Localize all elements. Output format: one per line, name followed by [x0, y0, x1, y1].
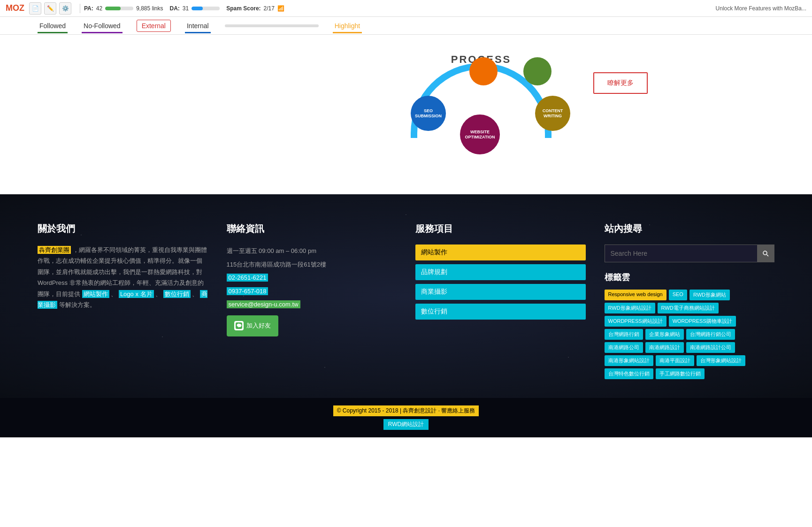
- footer-about-title: 關於我們: [38, 222, 208, 235]
- search-input[interactable]: [605, 245, 758, 262]
- footer-search-title: 站內搜尋: [605, 222, 775, 235]
- moz-spam-value: 2/17: [264, 5, 275, 12]
- svg-point-1: [763, 251, 767, 255]
- circle-content-label: CONTENTWRITING: [543, 108, 563, 119]
- moz-toolbar: MOZ 📄 ✏️ ⚙️ PA: 42 9,885 links DA: 31 Sp…: [0, 0, 812, 17]
- tag-1[interactable]: Responsive web design: [605, 290, 666, 300]
- tag-18[interactable]: 手工網路數位行銷: [656, 368, 705, 379]
- service-item-3[interactable]: 商業攝影: [415, 284, 586, 300]
- tag-10[interactable]: 台灣網路行銷公司: [686, 329, 735, 340]
- process-section: PROCESS SEOSUBMISSION CONTENTWRITING WEB…: [0, 35, 812, 194]
- moz-logo[interactable]: MOZ: [6, 3, 24, 13]
- moz-spam-bars: 📶: [277, 5, 284, 12]
- bottom-footer: © Copyright 2015 - 2018 | 犇齊創意設計 · 響應絡上服…: [0, 398, 812, 437]
- moz-toolbar-icons: 📄 ✏️ ⚙️: [29, 2, 71, 15]
- line-btn-label: 加入好友: [246, 319, 271, 333]
- moz-edit-icon[interactable]: ✏️: [44, 2, 56, 15]
- tag-15[interactable]: 南港平面設計: [656, 355, 694, 366]
- moz-pa-bar-fill: [105, 7, 121, 10]
- footer-about-col: 關於我們 犇齊創業團 ，網羅各界不同領域的菁英，重視自我專業與團體作戰，志在成功…: [38, 222, 208, 379]
- tag-14[interactable]: 南港形象網站設計: [605, 355, 653, 366]
- footer-about-text: 犇齊創業團 ，網羅各界不同領域的菁英，重視自我專業與團體作戰，志在成功輔佐企業提…: [38, 244, 208, 310]
- tag-11[interactable]: 南港網路公司: [605, 342, 643, 353]
- tags-container: Responsive web design SEO RWD形象網站 RWD形象網…: [605, 290, 775, 379]
- tag-2[interactable]: SEO: [669, 290, 687, 300]
- footer-services-col: 服務項目 網站製作 品牌規劃 商業攝影 數位行銷: [415, 222, 586, 379]
- tag-13[interactable]: 南港網路設計公司: [686, 342, 735, 353]
- moz-unlock-text[interactable]: Unlock More Features with MozBa...: [716, 5, 806, 12]
- moz-da-label: DA:: [170, 5, 180, 12]
- footer-contact-title: 聯絡資訊: [227, 222, 397, 235]
- contact-phone2[interactable]: 0937-657-018: [227, 287, 268, 295]
- about-comma: 、: [155, 290, 161, 298]
- svg-line-2: [767, 255, 769, 257]
- tab-no-followed[interactable]: No-Followed: [82, 18, 123, 33]
- read-more-button[interactable]: 瞭解更多: [593, 72, 648, 94]
- tag-7[interactable]: WORDPRESS購物車設計: [669, 316, 736, 327]
- contact-phone1[interactable]: 02-2651-6221: [227, 274, 268, 282]
- tab-slider[interactable]: [225, 24, 319, 27]
- contact-address: 115台北市南港區成功路一段61號2樓: [227, 258, 397, 272]
- tags-cloud-title: 標籤雲: [605, 272, 775, 283]
- tab-highlight[interactable]: Highlight: [333, 18, 362, 33]
- circle-website: WEBSITEOPTIMIZATION: [460, 115, 500, 154]
- copyright-text: © Copyright 2015 - 2018 | 犇齊創意設計 · 響應絡上服…: [333, 405, 479, 416]
- line-friend-button[interactable]: 加入好友: [227, 315, 278, 336]
- service-item-4[interactable]: 數位行銷: [415, 304, 586, 320]
- tag-4[interactable]: RWD形象網站設計: [605, 303, 655, 313]
- tab-bar: Followed No-Followed External Internal H…: [0, 17, 812, 35]
- footer-search-col: 站內搜尋 標籤雲 Responsive web design SEO RWD形象…: [605, 222, 775, 379]
- moz-logo-text: MOZ: [6, 3, 24, 13]
- moz-pa-metric: PA: 42 9,885 links: [84, 5, 163, 12]
- tag-5[interactable]: RWD電子商務網站設計: [658, 303, 719, 313]
- tab-external[interactable]: External: [137, 20, 171, 32]
- footer-section: 關於我們 犇齊創業團 ，網羅各界不同領域的菁英，重視自我專業與團體作戰，志在成功…: [0, 194, 812, 398]
- contact-email[interactable]: service@design-u.com.tw: [227, 300, 300, 308]
- tab-internal[interactable]: Internal: [185, 18, 211, 33]
- circle-content: CONTENTWRITING: [535, 96, 570, 131]
- moz-da-bar-fill: [192, 7, 203, 10]
- contact-hours: 週一至週五 09:00 am – 06:00 pm: [227, 244, 397, 258]
- moz-da-bar: [192, 7, 220, 10]
- footer-grid: 關於我們 犇齊創業團 ，網羅各界不同領域的菁英，重視自我專業與團體作戰，志在成功…: [38, 222, 774, 379]
- circle-website-label: WEBSITEOPTIMIZATION: [465, 130, 495, 140]
- tag-8[interactable]: 台灣網路行銷: [605, 329, 643, 340]
- circle-seo: SEOSUBMISSION: [411, 96, 446, 131]
- about-separator: 、: [111, 290, 117, 298]
- footer-contact-info: 週一至週五 09:00 am – 06:00 pm 115台北市南港區成功路一段…: [227, 244, 397, 336]
- search-button[interactable]: [757, 245, 774, 262]
- moz-pa-bar: [105, 7, 133, 10]
- footer-services-title: 服務項目: [415, 222, 586, 235]
- tag-16[interactable]: 台灣形象網站設計: [697, 355, 745, 366]
- tag-3[interactable]: RWD形象網站: [689, 290, 730, 300]
- tag-17[interactable]: 台灣特色數位行銷: [605, 368, 653, 379]
- moz-da-metric: DA: 31: [170, 5, 220, 12]
- about-end: 等解決方案。: [59, 301, 96, 308]
- process-diagram: PROCESS SEOSUBMISSION CONTENTWRITING WEB…: [387, 53, 575, 166]
- moz-spam-label: Spam Score:: [226, 5, 260, 12]
- moz-divider-1: [80, 4, 80, 13]
- circle-green: [523, 57, 552, 85]
- service-item-1[interactable]: 網站製作: [415, 244, 586, 260]
- circle-seo-label: SEOSUBMISSION: [415, 108, 442, 119]
- moz-pa-value: 42: [96, 5, 102, 12]
- moz-spam-metric: Spam Score: 2/17 📶: [226, 5, 284, 12]
- about-highlight-1: 網站製作: [82, 290, 109, 298]
- tab-followed[interactable]: Followed: [38, 18, 68, 33]
- tag-6[interactable]: WORDPRESS網站設計: [605, 316, 666, 327]
- footer-link[interactable]: RWD網站設計: [383, 419, 429, 430]
- moz-page-icon[interactable]: 📄: [29, 2, 41, 15]
- moz-settings-icon[interactable]: ⚙️: [59, 2, 71, 15]
- about-highlight-intro: 犇齊創業團: [38, 246, 71, 254]
- moz-pa-label: PA:: [84, 5, 93, 12]
- tag-12[interactable]: 南港網路設計: [645, 342, 684, 353]
- tag-9[interactable]: 企業形象網站: [645, 329, 684, 340]
- about-highlight-2: Logo x 名片: [119, 290, 154, 298]
- line-icon: [234, 321, 244, 330]
- main-content: PROCESS SEOSUBMISSION CONTENTWRITING WEB…: [0, 35, 812, 437]
- moz-da-value: 31: [183, 5, 189, 12]
- service-item-2[interactable]: 品牌規劃: [415, 264, 586, 280]
- search-box: [605, 244, 775, 262]
- about-comma2: 、: [192, 290, 198, 298]
- about-highlight-3: 數位行銷: [163, 290, 191, 298]
